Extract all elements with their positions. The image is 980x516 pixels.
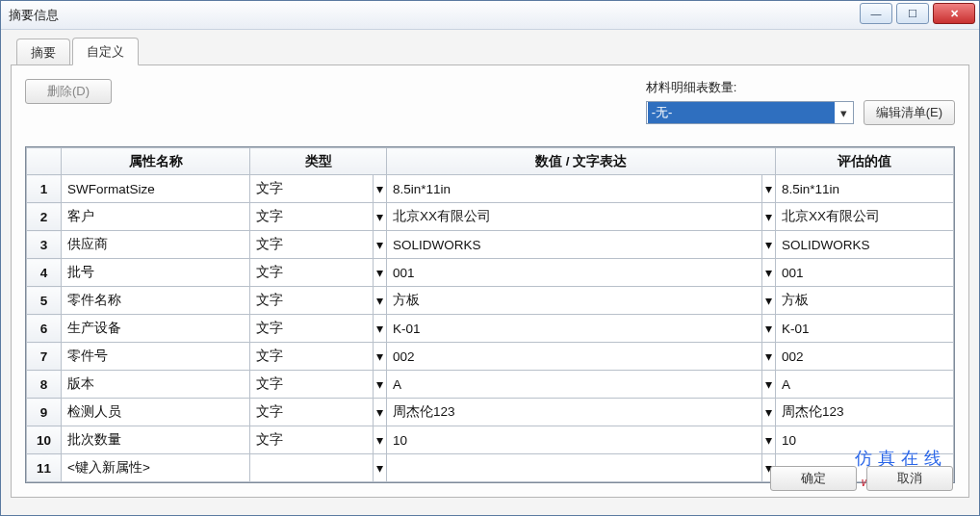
value-dropdown-icon[interactable]: ▾ [762, 203, 776, 231]
type-dropdown-icon[interactable]: ▾ [374, 231, 387, 259]
window: 摘要信息 — ☐ ✕ 摘要 自定义 删除(D) 材料明细表数量: -无- ▾ [0, 0, 980, 516]
cell-name[interactable]: 客户 [62, 203, 250, 231]
cell-eval: 周杰伦123 [776, 399, 954, 426]
row-number: 10 [27, 426, 62, 454]
ok-button[interactable]: 确定 [770, 466, 857, 491]
value-dropdown-icon[interactable]: ▾ [762, 259, 776, 287]
dialog-footer: 确定 取消 [770, 466, 953, 491]
client-area: 摘要 自定义 删除(D) 材料明细表数量: -无- ▾ 编辑清单(E) [1, 30, 979, 515]
chevron-down-icon: ▾ [836, 106, 853, 120]
type-dropdown-icon[interactable]: ▾ [374, 343, 387, 371]
header-name: 属性名称 [62, 148, 250, 175]
cell-eval: K-01 [776, 315, 954, 343]
row-number: 6 [27, 315, 62, 343]
cell-type[interactable]: 文字 [250, 287, 374, 315]
delete-button[interactable]: 删除(D) [25, 79, 112, 104]
cell-name[interactable]: 批次数量 [62, 426, 250, 454]
table-row: 5零件名称文字▾方板▾方板 [27, 287, 954, 315]
type-dropdown-icon[interactable]: ▾ [374, 371, 387, 399]
cell-type[interactable]: 文字 [250, 175, 374, 203]
row-number: 11 [27, 454, 62, 482]
type-dropdown-icon[interactable]: ▾ [374, 399, 387, 426]
header-type: 类型 [250, 148, 387, 175]
table-row: 3供应商文字▾SOLIDWORKS▾SOLIDWORKS [27, 231, 954, 259]
cell-value[interactable]: 北京XX有限公司 [387, 203, 762, 231]
cell-name-new[interactable]: <键入新属性> [62, 454, 250, 482]
cell-type[interactable]: 文字 [250, 399, 374, 426]
table-row: 9检测人员文字▾周杰伦123▾周杰伦123 [27, 399, 954, 426]
bom-qty-select[interactable]: -无- ▾ [646, 101, 854, 124]
cell-type[interactable]: 文字 [250, 231, 374, 259]
cell-name[interactable]: 版本 [62, 371, 250, 399]
maximize-button[interactable]: ☐ [896, 3, 929, 24]
table-row: 6生产设备文字▾K-01▾K-01 [27, 315, 954, 343]
cell-eval: A [776, 371, 954, 399]
type-dropdown-icon[interactable]: ▾ [374, 426, 387, 454]
value-dropdown-icon[interactable]: ▾ [762, 315, 776, 343]
table-row: 2客户文字▾北京XX有限公司▾北京XX有限公司 [27, 203, 954, 231]
tab-custom[interactable]: 自定义 [72, 38, 139, 65]
value-dropdown-icon[interactable]: ▾ [762, 231, 776, 259]
cell-name[interactable]: 生产设备 [62, 315, 250, 343]
cell-name[interactable]: 零件号 [62, 343, 250, 371]
cell-eval: SOLIDWORKS [776, 231, 954, 259]
value-dropdown-icon[interactable]: ▾ [762, 343, 776, 371]
row-number: 3 [27, 231, 62, 259]
minimize-button[interactable]: — [860, 3, 892, 24]
edit-list-button[interactable]: 编辑清单(E) [864, 100, 955, 125]
close-button[interactable]: ✕ [933, 3, 975, 24]
cell-eval: 8.5in*11in [776, 175, 954, 203]
cell-type[interactable]: 文字 [250, 259, 374, 287]
cell-value[interactable]: 10 [387, 426, 762, 454]
row-number: 4 [27, 259, 62, 287]
type-dropdown-icon[interactable]: ▾ [374, 315, 387, 343]
tab-summary[interactable]: 摘要 [16, 39, 70, 65]
properties-grid: 属性名称 类型 数值 / 文字表达 评估的值 1SWFormatSize文字▾8… [25, 146, 955, 483]
cell-value[interactable]: 方板 [387, 287, 762, 315]
type-dropdown-icon[interactable]: ▾ [374, 454, 387, 482]
cell-type[interactable]: 文字 [250, 343, 374, 371]
value-dropdown-icon[interactable]: ▾ [762, 426, 776, 454]
cell-value[interactable]: 002 [387, 343, 762, 371]
cell-value[interactable]: A [387, 371, 762, 399]
row-number: 1 [27, 175, 62, 203]
cell-name[interactable]: SWFormatSize [62, 175, 250, 203]
cell-eval: 北京XX有限公司 [776, 203, 954, 231]
cell-eval: 10 [776, 426, 954, 454]
cell-name[interactable]: 供应商 [62, 231, 250, 259]
cell-value[interactable]: K-01 [387, 315, 762, 343]
value-dropdown-icon[interactable]: ▾ [762, 175, 776, 203]
cell-value[interactable]: 8.5in*11in [387, 175, 762, 203]
cell-name[interactable]: 批号 [62, 259, 250, 287]
cell-type[interactable]: 文字 [250, 426, 374, 454]
cell-name[interactable]: 检测人员 [62, 399, 250, 426]
row-number: 9 [27, 399, 62, 426]
cell-value[interactable]: SOLIDWORKS [387, 231, 762, 259]
cell-type[interactable]: 文字 [250, 315, 374, 343]
cell-value[interactable] [387, 454, 762, 482]
type-dropdown-icon[interactable]: ▾ [374, 203, 387, 231]
cell-type[interactable]: 文字 [250, 203, 374, 231]
value-dropdown-icon[interactable]: ▾ [762, 287, 776, 315]
header-blank [27, 148, 62, 175]
tabstrip: 摘要 自定义 [16, 38, 969, 64]
type-dropdown-icon[interactable]: ▾ [374, 287, 387, 315]
cancel-button[interactable]: 取消 [866, 466, 953, 491]
cell-eval: 002 [776, 343, 954, 371]
table-row: 8版本文字▾A▾A [27, 371, 954, 399]
header-row: 属性名称 类型 数值 / 文字表达 评估的值 [27, 148, 954, 175]
bom-qty-value: -无- [648, 102, 835, 123]
cell-name[interactable]: 零件名称 [62, 287, 250, 315]
type-dropdown-icon[interactable]: ▾ [374, 175, 387, 203]
header-value: 数值 / 文字表达 [387, 148, 776, 175]
minimize-icon: — [871, 8, 882, 19]
cell-type[interactable] [250, 454, 374, 482]
type-dropdown-icon[interactable]: ▾ [374, 259, 387, 287]
cell-value[interactable]: 周杰伦123 [387, 399, 762, 426]
cell-type[interactable]: 文字 [250, 371, 374, 399]
cell-value[interactable]: 001 [387, 259, 762, 287]
table-row: 7零件号文字▾002▾002 [27, 343, 954, 371]
value-dropdown-icon[interactable]: ▾ [762, 371, 776, 399]
row-number: 5 [27, 287, 62, 315]
value-dropdown-icon[interactable]: ▾ [762, 399, 776, 426]
